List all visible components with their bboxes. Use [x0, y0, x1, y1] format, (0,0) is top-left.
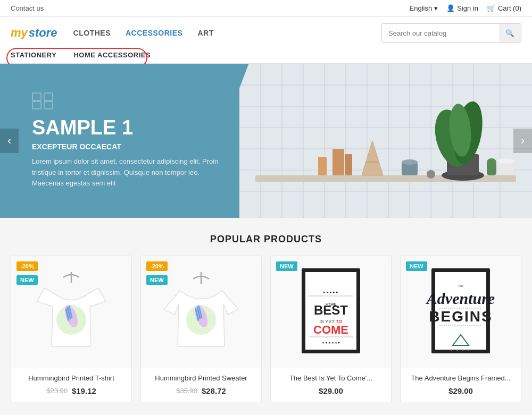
language-label: English	[410, 4, 433, 12]
svg-rect-0	[239, 64, 532, 218]
products-section: POPULAR PRODUCTS -20% NEW	[0, 218, 532, 415]
hero-description: Lorem ipsum dolor sit amet, consectetur …	[32, 156, 223, 189]
svg-text:▸ ▸ ▸ ▸ ▸: ▸ ▸ ▸ ▸ ▸	[323, 290, 338, 294]
product-card-4[interactable]: NEW The Adventure BEGINS ▴ ▴ ▴ ▴	[400, 256, 521, 402]
header: my store CLOTHES ACCESSORIES ART 🔍 STATI…	[0, 17, 532, 64]
product-name-2: Hummingbird Printed Sweater	[147, 374, 255, 382]
hero-prev-button[interactable]: ‹	[0, 129, 19, 153]
price-new-1: $19.12	[72, 386, 96, 395]
chevron-down-icon: ▾	[434, 4, 438, 12]
hero-image	[239, 64, 532, 218]
main-nav: CLOTHES ACCESSORIES ART	[73, 29, 214, 37]
price-old-2: $35.90	[176, 387, 197, 395]
hero-title: SAMPLE 1	[32, 116, 223, 139]
price-new-2: $28.72	[202, 386, 226, 395]
svg-rect-40	[44, 101, 53, 109]
product-price-wrap-2: $35.90 $28.72	[147, 386, 255, 395]
subnav-home-accessories[interactable]: HOME ACCESSORIES	[73, 51, 151, 59]
product-info-3: The Best Is Yet To Come'... $29.00	[271, 368, 391, 402]
price-new-3: $29.00	[319, 386, 343, 395]
sign-in-button[interactable]: 👤 Sign in	[446, 4, 478, 12]
products-grid: -20% NEW Hummingbird Printed T-	[11, 256, 521, 402]
nav-clothes[interactable]: CLOTHES	[73, 29, 111, 37]
svg-text:BEST: BEST	[314, 303, 348, 317]
product-image-wrap-4: NEW The Adventure BEGINS ▴ ▴ ▴ ▴	[401, 256, 521, 368]
product-name-4: The Adventure Begins Framed...	[407, 374, 514, 382]
svg-text:◂ ◂ ◂ ◂ ◂ ♥: ◂ ◂ ◂ ◂ ◂ ♥	[322, 341, 340, 344]
logo[interactable]: my store	[11, 26, 57, 40]
cart-label: Cart (0)	[498, 4, 521, 12]
svg-point-34	[427, 170, 435, 179]
next-icon: ›	[521, 134, 525, 147]
svg-text:BEGINS: BEGINS	[429, 308, 492, 325]
product-card-2[interactable]: -20% NEW Hummingbird Printed Sw	[140, 256, 262, 402]
top-bar: Contact us English ▾ 👤 Sign in 🛒 Cart (0…	[0, 0, 532, 17]
product-info-4: The Adventure Begins Framed... $29.00	[401, 368, 521, 402]
logo-store: store	[29, 26, 57, 40]
badge-discount-2: -20%	[146, 261, 168, 271]
svg-rect-23	[318, 157, 327, 175]
search-button[interactable]: 🔍	[499, 24, 521, 42]
logo-my: my	[11, 26, 28, 40]
svg-point-31	[487, 158, 496, 166]
product-image-wrap-1: -20% NEW	[11, 256, 131, 368]
search-bar: 🔍	[381, 23, 521, 43]
user-icon: 👤	[446, 4, 455, 12]
product-image-wrap-3: NEW ▸ ▸ ▸ ▸ ▸ ≡THE BEST IS YET TO COME ◂…	[271, 256, 391, 368]
badge-new-2: NEW	[146, 275, 168, 285]
product-price-wrap-1: $23.90 $19.12	[18, 386, 125, 395]
product-name-1: Hummingbird Printed T-shirt	[18, 374, 125, 382]
badge-discount-1: -20%	[16, 261, 38, 271]
frame-best-illustration: ▸ ▸ ▸ ▸ ▸ ≡THE BEST IS YET TO COME ◂ ◂ ◂…	[294, 266, 368, 359]
badge-new-3: NEW	[276, 261, 297, 271]
sub-nav: STATIONERY HOME ACCESSORIES	[11, 47, 521, 63]
product-image-wrap-2: -20% NEW	[141, 256, 261, 368]
contact-us[interactable]: Contact us	[11, 4, 44, 12]
svg-rect-38	[44, 93, 53, 100]
price-new-4: $29.00	[448, 386, 473, 395]
prev-icon: ‹	[7, 134, 11, 147]
nav-accessories[interactable]: ACCESSORIES	[126, 29, 182, 37]
hero-room-illustration	[239, 64, 532, 218]
svg-text:The: The	[458, 284, 464, 288]
svg-rect-24	[345, 154, 352, 175]
top-bar-right: English ▾ 👤 Sign in 🛒 Cart (0)	[410, 4, 521, 12]
svg-text:COME: COME	[313, 323, 348, 336]
svg-rect-22	[332, 149, 344, 175]
search-icon: 🔍	[505, 29, 514, 37]
badge-new-1: NEW	[16, 275, 38, 285]
product-price-wrap-3: $29.00	[277, 386, 385, 395]
sweater-illustration-2	[164, 269, 238, 354]
product-info-2: Hummingbird Printed Sweater $35.90 $28.7…	[141, 368, 261, 402]
badge-new-4: NEW	[406, 261, 427, 271]
hero-subtitle: EXCEPTEUR OCCAECAT	[32, 142, 223, 151]
subnav-stationery[interactable]: STATIONERY	[11, 51, 56, 59]
product-price-wrap-4: $29.00	[407, 386, 514, 395]
nav-art[interactable]: ART	[197, 29, 213, 37]
svg-point-33	[402, 159, 418, 165]
sign-in-label: Sign in	[457, 4, 478, 12]
product-info-1: Hummingbird Printed T-shirt $23.90 $19.1…	[11, 368, 131, 402]
price-old-1: $23.90	[46, 387, 68, 395]
svg-point-36	[497, 158, 514, 164]
product-card-1[interactable]: -20% NEW Hummingbird Printed T-	[11, 256, 132, 402]
hero-next-button[interactable]: ›	[513, 129, 532, 153]
language-selector[interactable]: English ▾	[410, 4, 438, 12]
hero-decoration-icon	[32, 92, 223, 111]
svg-text:▴ ▴ ▴ ▴: ▴ ▴ ▴ ▴	[451, 348, 471, 351]
header-top: my store CLOTHES ACCESSORIES ART 🔍	[11, 23, 521, 43]
tshirt-illustration-1	[37, 269, 106, 354]
product-name-3: The Best Is Yet To Come'...	[277, 374, 385, 382]
products-title: POPULAR PRODUCTS	[11, 234, 521, 245]
hero-banner: SAMPLE 1 EXCEPTEUR OCCAECAT Lorem ipsum …	[0, 64, 532, 218]
svg-rect-37	[32, 93, 41, 100]
product-card-3[interactable]: NEW ▸ ▸ ▸ ▸ ▸ ≡THE BEST IS YET TO COME ◂…	[270, 256, 392, 402]
frame-adventure-illustration: The Adventure BEGINS ▴ ▴ ▴ ▴	[423, 266, 498, 359]
cart-button[interactable]: 🛒 Cart (0)	[487, 4, 521, 12]
hero-content: SAMPLE 1 EXCEPTEUR OCCAECAT Lorem ipsum …	[0, 71, 255, 210]
logo-and-nav: my store CLOTHES ACCESSORIES ART	[11, 26, 214, 40]
svg-text:Adventure: Adventure	[426, 290, 495, 307]
cart-icon: 🛒	[487, 4, 495, 12]
svg-rect-39	[32, 101, 41, 109]
search-input[interactable]	[382, 24, 499, 42]
